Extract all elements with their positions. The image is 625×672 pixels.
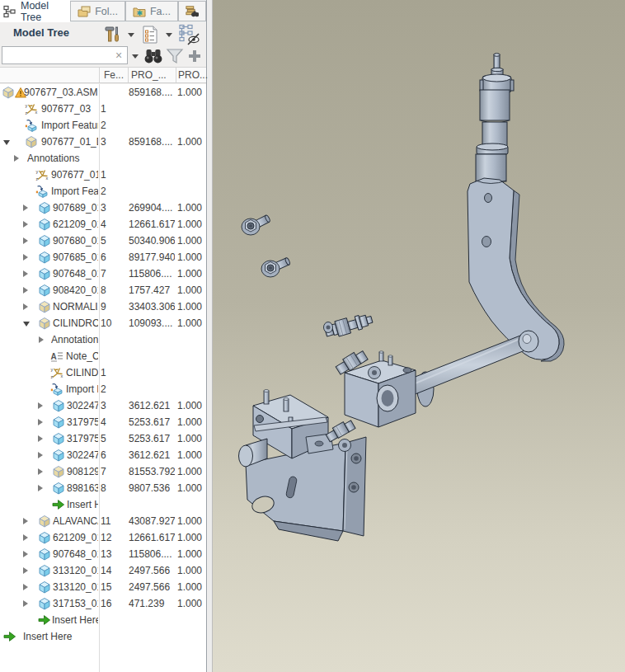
- tree-item-label[interactable]: 907648_01_: [53, 548, 98, 560]
- tree-row[interactable]: 908129_781553.7921.000: [0, 463, 206, 480]
- tree-row[interactable]: 898163_89807.5361.000: [0, 480, 206, 496]
- tab-model-tree[interactable]: Model Tree: [0, 0, 70, 22]
- column-pro-1[interactable]: PRO_...: [131, 69, 167, 81]
- tab-folder-browser[interactable]: Fol...: [70, 1, 125, 21]
- tree-row[interactable]: Note_CI<N...: [0, 348, 206, 364]
- search-box[interactable]: ×: [2, 46, 128, 64]
- tree-row[interactable]: 907648_01_13115806....1.000: [0, 546, 206, 562]
- tree-row[interactable]: Insert Here: [0, 628, 206, 645]
- collapse-arrow-icon[interactable]: [3, 140, 10, 145]
- clear-x-icon[interactable]: ×: [113, 48, 125, 63]
- tree-item-label[interactable]: CILINDRO_A: [53, 317, 98, 329]
- tree-row[interactable]: 907677_031: [0, 101, 206, 117]
- expand-arrow-icon[interactable]: [38, 485, 43, 491]
- tree-item-label[interactable]: 302247_: [67, 449, 98, 461]
- tree-item-label[interactable]: 621209_01C: [53, 219, 98, 230]
- tree-item-label[interactable]: 317975_: [67, 433, 98, 444]
- caret-down-icon[interactable]: [166, 33, 172, 37]
- column-pro-2[interactable]: PRO...: [178, 69, 208, 81]
- tree-item-label[interactable]: 621209_01C: [53, 532, 98, 543]
- tree-item-label[interactable]: 907689_01_: [53, 202, 98, 214]
- expand-arrow-icon[interactable]: [23, 254, 28, 261]
- caret-down-icon[interactable]: [132, 54, 139, 59]
- tree-row[interactable]: 302247_63612.6211.000: [0, 447, 206, 463]
- tree-row[interactable]: 621209_01C1212661.6171.000: [0, 529, 206, 546]
- tree-row[interactable]: 313120_01_152497.5661.000: [0, 579, 206, 595]
- tree-item-label[interactable]: 907677_03.ASM: [24, 87, 98, 98]
- expand-arrow-icon[interactable]: [14, 155, 19, 162]
- tree-row[interactable]: Insert Here: [0, 612, 206, 628]
- tree-row[interactable]: 907689_01_3269904....1.000: [0, 200, 206, 216]
- expand-arrow-icon[interactable]: [23, 221, 28, 228]
- plus-icon[interactable]: [186, 48, 203, 64]
- expand-arrow-icon[interactable]: [23, 584, 28, 590]
- 3d-viewport[interactable]: [213, 0, 625, 672]
- tree-row[interactable]: 907648_01_7115806....1.000: [0, 266, 206, 282]
- tree-display-icon[interactable]: [178, 24, 201, 45]
- tree-item-label[interactable]: NORMALIZA: [53, 301, 98, 313]
- tree-item-label[interactable]: Insert Here: [52, 614, 98, 626]
- tree-item-label[interactable]: Import Feature: [41, 120, 98, 131]
- tree-row[interactable]: 907677_03.ASM859168....1.000: [0, 84, 206, 101]
- tree-row[interactable]: Import Feature2: [0, 117, 206, 134]
- expand-arrow-icon[interactable]: [39, 336, 44, 343]
- tree-row[interactable]: Insert H: [0, 496, 206, 513]
- expand-arrow-icon[interactable]: [23, 204, 28, 211]
- expand-arrow-icon[interactable]: [38, 468, 43, 475]
- expand-arrow-icon[interactable]: [38, 402, 43, 409]
- tree-row[interactable]: 907677_01_1: [0, 167, 206, 183]
- tree-row[interactable]: Import Feat2: [0, 183, 206, 200]
- tree-item-label[interactable]: 907677_01_DISF: [41, 136, 98, 148]
- expand-arrow-icon[interactable]: [23, 567, 28, 574]
- tree-item-label[interactable]: 908420_01_: [53, 284, 98, 296]
- tree-item-label[interactable]: Note_CI<N...: [66, 350, 98, 362]
- tree-row[interactable]: 908420_01_81757.4271.000: [0, 282, 206, 298]
- tree-item-label[interactable]: 317153_01_: [53, 598, 98, 609]
- tree-row[interactable]: 907685_01_689177.9401.000: [0, 249, 206, 266]
- tree-row[interactable]: 621209_01C412661.6171.000: [0, 216, 206, 233]
- caret-down-icon[interactable]: [128, 33, 134, 37]
- expand-arrow-icon[interactable]: [38, 435, 43, 442]
- tree-row[interactable]: 317153_01_16471.2391.000: [0, 595, 206, 612]
- tree-row[interactable]: ALAVANCA_1143087.9271.000: [0, 513, 206, 529]
- tree-row[interactable]: Import I2: [0, 381, 206, 397]
- tools-icon[interactable]: [102, 25, 122, 45]
- expand-arrow-icon[interactable]: [23, 551, 28, 557]
- expand-arrow-icon[interactable]: [23, 303, 28, 310]
- expand-arrow-icon[interactable]: [23, 287, 28, 294]
- binoculars-icon[interactable]: [143, 46, 163, 66]
- tree-item-label[interactable]: Insert H: [67, 499, 98, 510]
- tab-search-library[interactable]: [178, 1, 206, 21]
- tree-row[interactable]: 907677_01_DISF3859168....1.000: [0, 134, 206, 150]
- tree-row[interactable]: CILINDRO_A10109093....1.000: [0, 315, 206, 331]
- tree-item-label[interactable]: Annotations: [27, 153, 98, 164]
- tree-item-label[interactable]: 907677_01_: [51, 169, 98, 181]
- expand-arrow-icon[interactable]: [23, 534, 28, 541]
- tree-options-icon[interactable]: [140, 25, 160, 45]
- tree-item-label[interactable]: Annotation: [51, 334, 98, 345]
- tree-row[interactable]: 317975_55253.6171.000: [0, 430, 206, 447]
- tree-item-label[interactable]: 907677_03: [41, 103, 98, 115]
- expand-arrow-icon[interactable]: [38, 419, 43, 425]
- tree-item-label[interactable]: 302247_: [67, 400, 98, 411]
- tree-item-label[interactable]: Import I: [66, 383, 98, 395]
- tree-item-label[interactable]: 907685_01_: [53, 251, 98, 263]
- tree-row[interactable]: 317975_45253.6171.000: [0, 414, 206, 430]
- collapse-arrow-icon[interactable]: [23, 322, 30, 327]
- tree-row[interactable]: 313120_01_142497.5661.000: [0, 562, 206, 579]
- tree-row[interactable]: NORMALIZA933403.3061.000: [0, 298, 206, 315]
- tree-item-label[interactable]: Import Feat: [51, 186, 98, 197]
- tree-row[interactable]: CILINDR1: [0, 364, 206, 381]
- model-tree[interactable]: 907677_03.ASM859168....1.000907677_031Im…: [0, 84, 206, 672]
- tree-item-label[interactable]: Insert Here: [23, 631, 98, 642]
- expand-arrow-icon[interactable]: [23, 600, 28, 607]
- column-feature[interactable]: Fe...: [104, 69, 124, 81]
- expand-arrow-icon[interactable]: [23, 237, 28, 244]
- tree-row[interactable]: 302247_33612.6211.000: [0, 397, 206, 414]
- tree-row[interactable]: 907680_01_550340.9061.000: [0, 233, 206, 249]
- tree-item-label[interactable]: 898163_: [67, 482, 98, 494]
- tree-item-label[interactable]: 907648_01_: [53, 268, 98, 280]
- tab-favorites[interactable]: ✱ Fa...: [125, 1, 178, 21]
- funnel-icon[interactable]: [166, 46, 184, 66]
- tree-row[interactable]: Annotation: [0, 331, 206, 348]
